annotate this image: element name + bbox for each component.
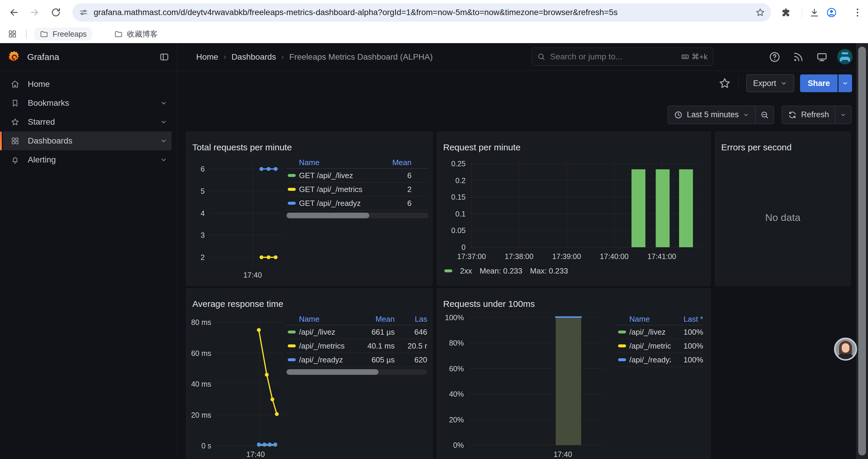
series-max: Max: 0.233 bbox=[530, 266, 568, 275]
breadcrumb-item[interactable]: Home bbox=[196, 52, 218, 62]
legend-inline[interactable]: 2xx Mean: 0.233 Max: 0.233 bbox=[444, 264, 568, 277]
svg-text:3: 3 bbox=[200, 231, 205, 239]
legend-row[interactable]: GET /api/_/livez6 bbox=[286, 169, 429, 183]
chevron-down-icon[interactable] bbox=[160, 99, 167, 107]
panel-title[interactable]: Errors per second bbox=[721, 142, 792, 153]
legend-row[interactable]: /api/_/readyz100% bbox=[616, 353, 703, 367]
sidebar-item-starred[interactable]: Starred bbox=[3, 112, 172, 131]
panel-title[interactable]: Requests under 100ms bbox=[443, 299, 535, 309]
series-name[interactable]: /api/_/metrics bbox=[629, 341, 671, 351]
forward-icon[interactable] bbox=[29, 7, 40, 18]
refresh-interval-dropdown[interactable] bbox=[835, 106, 851, 124]
assistant-avatar[interactable] bbox=[834, 338, 857, 361]
scrollbar-thumb[interactable] bbox=[858, 47, 866, 455]
bookmark-star-icon[interactable] bbox=[755, 7, 765, 18]
series-name[interactable]: /api/_/metrics bbox=[299, 341, 347, 351]
breadcrumb-separator: › bbox=[224, 52, 226, 61]
apps-grid-icon[interactable] bbox=[8, 29, 17, 39]
back-icon[interactable] bbox=[8, 7, 20, 18]
zoom-out-button[interactable] bbox=[755, 106, 774, 124]
share-button[interactable]: Share bbox=[800, 74, 838, 92]
series-name[interactable]: /api/_/livez bbox=[299, 328, 347, 337]
svg-text:0: 0 bbox=[462, 243, 466, 251]
page-scrollbar[interactable] bbox=[856, 43, 868, 459]
legend-scrollbar[interactable] bbox=[286, 213, 429, 218]
sidebar-item-dashboards[interactable]: Dashboards bbox=[3, 131, 172, 150]
rss-icon[interactable] bbox=[793, 51, 804, 63]
share-dropdown-button[interactable] bbox=[838, 74, 852, 92]
legend-header: NameLast * bbox=[616, 314, 703, 325]
breadcrumb-item[interactable]: Dashboards bbox=[231, 52, 276, 62]
grid-icon bbox=[11, 136, 20, 145]
legend-col-name[interactable]: Name bbox=[629, 315, 671, 324]
legend-row[interactable]: /api/_/readyz605 µs620 bbox=[286, 353, 427, 367]
panel-title[interactable]: Average response time bbox=[192, 299, 283, 309]
series-name[interactable]: GET /api/_/livez bbox=[299, 171, 385, 180]
bell-icon bbox=[11, 155, 20, 164]
download-icon[interactable] bbox=[809, 7, 820, 18]
collapse-sidebar-icon[interactable] bbox=[159, 52, 169, 62]
sidebar-item-home[interactable]: Home bbox=[3, 75, 172, 94]
svg-text:20%: 20% bbox=[449, 416, 464, 424]
profile-icon[interactable] bbox=[826, 7, 837, 18]
legend-col[interactable]: Mean bbox=[385, 158, 411, 167]
refresh-group: Refresh bbox=[782, 106, 851, 124]
export-button[interactable]: Export bbox=[746, 74, 794, 92]
chevron-down-icon[interactable] bbox=[160, 156, 167, 164]
series-name[interactable]: GET /api/_/metrics bbox=[299, 185, 385, 194]
brand-name: Grafana bbox=[27, 52, 59, 62]
chevron-down-icon[interactable] bbox=[160, 118, 167, 126]
bookmark-folder[interactable]: Freeleaps bbox=[34, 28, 92, 40]
sidebar-item-bookmarks[interactable]: Bookmarks bbox=[3, 94, 172, 112]
time-range-picker[interactable]: Last 5 minutes bbox=[668, 106, 755, 124]
series-color-pill bbox=[618, 330, 626, 333]
address-bar[interactable]: grafana.mathmast.com/d/deytv4rwavabkb/fr… bbox=[72, 3, 771, 22]
chevron-down-icon[interactable] bbox=[160, 137, 167, 145]
menu-kebab-icon[interactable] bbox=[852, 7, 863, 18]
legend-col-name[interactable]: Name bbox=[299, 158, 385, 167]
help-icon[interactable] bbox=[769, 51, 780, 63]
share-split-button: Share bbox=[800, 74, 852, 92]
legend-row[interactable]: GET /api/_/metrics2 bbox=[286, 183, 429, 196]
panel-title[interactable]: Total requests per minute bbox=[192, 142, 292, 153]
zoom-out-icon bbox=[760, 110, 769, 119]
legend-row[interactable]: /api/_/livez100% bbox=[616, 325, 703, 339]
legend-col[interactable]: Las bbox=[395, 315, 427, 324]
legend-row[interactable]: /api/_/metrics100% bbox=[616, 339, 703, 353]
user-avatar[interactable] bbox=[837, 49, 852, 64]
site-settings-icon[interactable] bbox=[79, 8, 88, 17]
grafana-logo-icon[interactable] bbox=[8, 50, 21, 64]
legend-col-name[interactable]: Name bbox=[299, 315, 347, 324]
svg-text:6: 6 bbox=[200, 165, 205, 173]
series-name[interactable]: /api/_/readyz bbox=[299, 355, 347, 364]
legend-scrollbar-thumb[interactable] bbox=[286, 213, 369, 218]
series-value: 661 µs bbox=[347, 328, 395, 337]
svg-text:80%: 80% bbox=[449, 339, 464, 347]
search-input[interactable] bbox=[550, 52, 677, 62]
monitor-icon[interactable] bbox=[816, 51, 828, 63]
svg-text:0%: 0% bbox=[453, 441, 464, 449]
legend-col[interactable]: Last * bbox=[671, 315, 703, 324]
legend-scrollbar[interactable] bbox=[286, 369, 427, 375]
panel-request-per-minute: Request per minute 0.250.20.150.10.05017… bbox=[437, 132, 711, 286]
favorite-star-icon[interactable] bbox=[718, 77, 731, 90]
svg-text:17:37:00: 17:37:00 bbox=[457, 252, 486, 261]
refresh-button[interactable]: Refresh bbox=[782, 106, 835, 124]
series-name[interactable]: /api/_/livez bbox=[629, 328, 671, 337]
legend-scrollbar-thumb[interactable] bbox=[286, 369, 378, 375]
legend-row[interactable]: GET /api/_/readyz6 bbox=[286, 196, 429, 210]
series-name[interactable]: /api/_/readyz bbox=[629, 355, 671, 364]
reload-icon[interactable] bbox=[50, 7, 61, 18]
search-box[interactable]: ⌘+k bbox=[531, 47, 713, 66]
sidebar-item-alerting[interactable]: Alerting bbox=[3, 150, 172, 169]
legend-row[interactable]: /api/_/livez661 µs646 bbox=[286, 325, 427, 339]
legend-col[interactable]: Mean bbox=[347, 315, 395, 324]
svg-text:60%: 60% bbox=[449, 364, 464, 373]
series-name[interactable]: GET /api/_/readyz bbox=[299, 199, 385, 208]
panel-title[interactable]: Request per minute bbox=[443, 142, 521, 153]
avatar-face bbox=[842, 343, 849, 353]
series-value: 6 bbox=[385, 199, 411, 208]
extensions-icon[interactable] bbox=[780, 7, 792, 18]
bookmark-folder[interactable]: 收藏博客 bbox=[109, 28, 163, 40]
legend-row[interactable]: /api/_/metrics40.1 ms20.5 r bbox=[286, 339, 427, 353]
